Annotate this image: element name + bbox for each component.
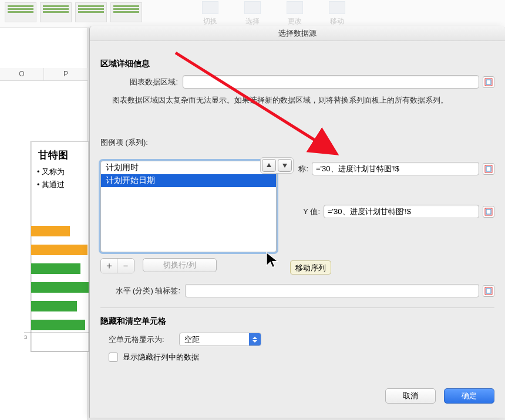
series-move-buttons: [260, 157, 294, 174]
empty-cells-select[interactable]: 空距: [179, 333, 261, 346]
series-name-ref-button[interactable]: [483, 163, 494, 175]
move-down-button[interactable]: [278, 159, 292, 172]
range-label: 图表数据区域:: [100, 77, 178, 87]
axis-label: 水平 (分类) 轴标签:: [100, 286, 180, 296]
series-name-input[interactable]: ='30、进度计划甘特图'!$: [312, 162, 479, 175]
series-name-label: 称:: [292, 164, 308, 174]
move-up-button[interactable]: [262, 159, 276, 172]
cancel-button[interactable]: 取消: [385, 388, 436, 404]
col-o: O: [0, 68, 44, 80]
series-item[interactable]: 计划用时: [101, 161, 276, 174]
chart-title: 甘特图: [31, 141, 89, 165]
hidden-heading: 隐藏和清空单元格: [100, 316, 494, 327]
ribbon-switch[interactable]: 切换: [195, 1, 225, 26]
ribbon-select[interactable]: 选择: [237, 1, 268, 26]
axis-labels-input[interactable]: [185, 284, 479, 297]
show-hidden-checkbox[interactable]: [109, 353, 118, 362]
show-hidden-label: 显示隐藏行列中的数据: [123, 352, 199, 363]
axis-ref-button[interactable]: [483, 285, 494, 297]
y-value-input[interactable]: ='30、进度计划甘特图'!$: [324, 205, 479, 218]
dialog-footer: 取消 确定: [385, 388, 494, 404]
series-add-remove: ＋ －: [100, 258, 134, 273]
add-series-button[interactable]: ＋: [101, 259, 117, 273]
dropdown-caret-icon: [249, 333, 261, 346]
ok-button[interactable]: 确定: [444, 388, 494, 404]
range-ref-button[interactable]: [483, 76, 494, 88]
chart-range-input[interactable]: [183, 75, 479, 89]
embedded-chart: 甘特图 • 又称为 • 其通过 3 5: [31, 141, 89, 352]
series-item-selected[interactable]: 计划开始日期: [101, 174, 276, 187]
range-warning: 图表数据区域因太复杂而无法显示。如果选择新的数据区域，则将替换系列面板上的所有数…: [112, 94, 494, 106]
remove-series-button[interactable]: －: [117, 259, 134, 273]
select-data-source-dialog: 选择数据源 区域详细信息 图表数据区域: 图表数据区域因太复杂而无法显示。如果选…: [89, 26, 505, 418]
empty-cells-label: 空单元格显示为:: [109, 334, 179, 345]
ribbon-change[interactable]: 更改: [280, 1, 310, 26]
move-series-tooltip: 移动序列: [290, 260, 331, 275]
col-p: P: [44, 68, 88, 80]
chart-thumbnails: [5, 2, 157, 25]
y-value-label: Y 值:: [292, 206, 320, 217]
region-heading: 区域详细信息: [100, 59, 494, 69]
legend-label: 图例项 (系列):: [100, 137, 494, 148]
ribbon: 切换 选择 更改 移动: [0, 0, 505, 28]
series-listbox[interactable]: 计划用时 计划开始日期: [100, 161, 277, 252]
y-value-ref-button[interactable]: [483, 206, 494, 218]
switch-row-col-button[interactable]: 切换行/列: [143, 258, 217, 272]
dialog-title: 选择数据源: [90, 26, 505, 41]
spreadsheet-background: O P 甘特图 • 又称为 • 其通过 3 5: [0, 28, 88, 420]
ribbon-move[interactable]: 移动: [322, 1, 352, 26]
